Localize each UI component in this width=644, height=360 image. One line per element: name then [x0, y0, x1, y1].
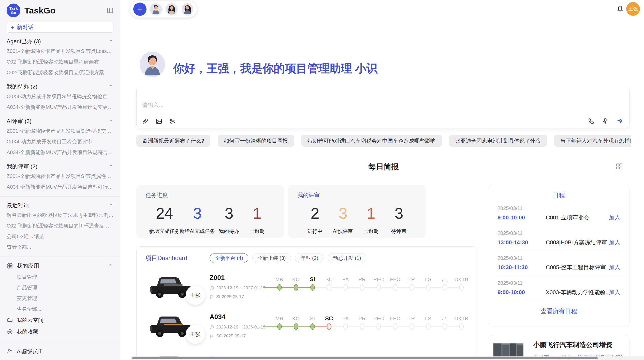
- milestone-label: MR: [271, 275, 288, 283]
- project-row[interactable]: 王强 Z001 2023-12-19 ~ 2027-01-19 SI-2025-…: [148, 272, 477, 302]
- milestone-dot: [426, 284, 431, 291]
- dashboard-tab[interactable]: 动总开发 (1): [328, 253, 366, 263]
- agent-quick-bar: +: [130, 1, 197, 18]
- message-composer[interactable]: [136, 87, 630, 128]
- recent-chat-item[interactable]: 解释最新出台的欧盟报废车法规再生塑料比例被调至15%...: [7, 210, 113, 220]
- join-meeting-link[interactable]: 加入: [609, 239, 620, 246]
- sidebar-header: Task Go TaskGo: [7, 3, 113, 18]
- microphone-icon[interactable]: [602, 117, 609, 125]
- milestone: J1: [436, 314, 453, 332]
- sidebar-task-item[interactable]: A034-全新新能源MUV产品开发项目计划变更表编写: [7, 102, 113, 112]
- join-meeting-link[interactable]: 加入: [609, 214, 620, 221]
- clock-icon: [210, 286, 214, 290]
- suggestion-chip[interactable]: 特朗普可能对进口汽车增税会对中国车企造成哪些影响: [301, 135, 442, 147]
- divider: [0, 342, 120, 342]
- milestone-label: SC: [321, 314, 337, 323]
- recent-chats-header[interactable]: 最近对话: [7, 201, 113, 210]
- sidebar-task-item[interactable]: C02-飞腾新能源轻客改款项目里程碑画布: [7, 56, 113, 67]
- image-upload-icon[interactable]: [155, 118, 163, 125]
- sidebar-item-ai-staff[interactable]: AI超级员工: [7, 346, 113, 357]
- scrollbar-thumb[interactable]: [132, 357, 598, 359]
- voice-call-phone-icon[interactable]: [588, 117, 595, 125]
- milestone-dot: [376, 284, 381, 291]
- sidebar-section-header[interactable]: 我的待办 (2): [7, 82, 113, 91]
- sidebar-item-help-write[interactable]: 帮我写作: [7, 357, 113, 360]
- sidebar-task-item[interactable]: Z001-全新燃油皮卡产品开发项目SI节点Lesson Learn报告: [7, 46, 113, 56]
- chevron-up-icon[interactable]: [108, 202, 113, 209]
- chevron-up-icon[interactable]: [108, 118, 113, 125]
- milestone-dot: [376, 323, 381, 330]
- milestone-label: FEC: [387, 314, 403, 323]
- new-chat-button[interactable]: + 新对话: [7, 22, 113, 33]
- chevron-up-icon[interactable]: [108, 163, 113, 170]
- daily-stat-cards: 任务进度 24 新增完成任务 3 新增AI完成任务: [136, 185, 426, 238]
- chevron-up-icon[interactable]: [108, 38, 113, 45]
- sidebar-item-cloud-space[interactable]: 我的云空间: [7, 314, 113, 326]
- event-time: 9:00-10:00: [497, 214, 546, 221]
- sidebar-task-item[interactable]: A034-全新新能源MUV产品开发项目法规符合性评审: [7, 147, 113, 158]
- milestone-label: SI: [304, 314, 321, 323]
- milestone-track: MR KO: [271, 272, 470, 293]
- dashboard-tab[interactable]: 全新上装 (3): [252, 253, 291, 263]
- project-dates: 2023-12-19 ~ 2026-01-19: [210, 325, 271, 330]
- recent-chat-item[interactable]: C02-飞腾新能源轻客改款项目的闭环通告反馈情况: [7, 220, 113, 231]
- chevron-up-icon[interactable]: [108, 83, 113, 90]
- agent-avatar-female-yellow[interactable]: [165, 3, 178, 16]
- suggestion-chip[interactable]: 欧洲新规最近颁布了什么?: [136, 135, 210, 147]
- sidebar-task-item[interactable]: C0X4-动力总成开发项目SI里程碑提交物检查: [7, 91, 113, 102]
- user-avatar[interactable]: 王强: [626, 2, 640, 16]
- sidebar-section-header[interactable]: 我的评审 (2): [7, 162, 113, 171]
- milestone: SC: [321, 275, 337, 293]
- notification-bell-icon[interactable]: [617, 5, 624, 13]
- send-icon[interactable]: [616, 117, 624, 125]
- assistant-avatar: [140, 52, 165, 77]
- stat-value: 1: [243, 204, 271, 222]
- dashboard-tab[interactable]: 全新平台 (4): [210, 253, 248, 263]
- sidebar-task-item[interactable]: A034-全新新能源MUV产品开发项目造型可行性评审: [7, 182, 113, 192]
- dashboard-tab[interactable]: 年型 (2): [295, 253, 324, 263]
- sidebar-item-my-apps[interactable]: 我的应用: [7, 260, 113, 272]
- milestone: PR: [354, 275, 370, 293]
- sidebar-section-header[interactable]: Agent已办 (3): [7, 37, 113, 46]
- milestone-dot: [459, 323, 464, 330]
- sidebar-task-item[interactable]: C0X4-动力总成开发项目工程变更评审: [7, 136, 113, 147]
- agent-avatar-male[interactable]: [150, 3, 162, 16]
- chevron-up-icon[interactable]: [108, 263, 113, 269]
- join-meeting-link[interactable]: 加入: [609, 289, 620, 296]
- milestone: PA: [337, 275, 354, 293]
- recent-chat-item[interactable]: 公司Q3轻卡销量: [7, 231, 113, 242]
- scissors-icon[interactable]: [169, 118, 176, 125]
- attachment-paperclip-icon[interactable]: [142, 118, 149, 125]
- add-agent-button[interactable]: +: [133, 3, 147, 16]
- milestone-dot: [327, 284, 331, 291]
- view-all-schedule-link[interactable]: 查看所有日程: [488, 301, 629, 321]
- horizontal-scrollbar[interactable]: [131, 356, 644, 360]
- event-time: 10:30-11:30: [497, 264, 546, 271]
- agent-avatar-female-blue[interactable]: [181, 3, 194, 16]
- schedule-events: 2025/03/11 9:00-10:00 C001-立项审批会 加入 2025…: [488, 199, 629, 301]
- stat-value: 3: [215, 204, 243, 222]
- suggestion-chip[interactable]: 如何写一份清晰的项目周报: [218, 135, 294, 147]
- event-date: 2025/03/11: [497, 255, 620, 261]
- layout-grid-icon[interactable]: [616, 163, 623, 171]
- project-row[interactable]: 王强 A034 2023-12-19 ~ 2026-01-19 SC-2025-…: [148, 311, 477, 341]
- suggestion-chip[interactable]: 比亚迪全固态电池计划具体说了什么: [449, 135, 547, 147]
- sidebar-task-item[interactable]: C02-飞腾新能源轻客改款项目立项汇报方案: [7, 67, 113, 78]
- recent-chat-item[interactable]: 查看全部...: [7, 242, 113, 252]
- sidebar-item-favorites[interactable]: 我的收藏: [7, 326, 113, 338]
- sidebar-task-item[interactable]: Z001-全新燃油轻卡产品开发项目SI造型提交物评审: [7, 126, 113, 136]
- sidebar-task-item[interactable]: Z001-全新燃油轻卡产品开发项目SI节点属性5D文件评审: [7, 171, 113, 182]
- app-link[interactable]: 查看全部...: [7, 304, 113, 314]
- chat-input[interactable]: [142, 102, 447, 108]
- my-apps-list: 项目管理 产品管理 变更管理 查看全部...: [7, 272, 113, 314]
- project-code: Z001: [210, 274, 271, 282]
- app-link[interactable]: 变更管理: [7, 293, 113, 304]
- collapse-sidebar-icon[interactable]: [107, 7, 113, 14]
- app-link[interactable]: 产品管理: [7, 282, 113, 293]
- milestone-dot: [294, 284, 298, 291]
- suggestion-chip[interactable]: 当下年轻人对汽车外观有怎样的喜好趋势: [554, 135, 631, 147]
- sidebar-section-header[interactable]: AI评审 (3): [7, 117, 113, 126]
- app-link[interactable]: 项目管理: [7, 272, 113, 282]
- stat: 1 已逾期: [357, 204, 385, 235]
- join-meeting-link[interactable]: 加入: [609, 264, 620, 271]
